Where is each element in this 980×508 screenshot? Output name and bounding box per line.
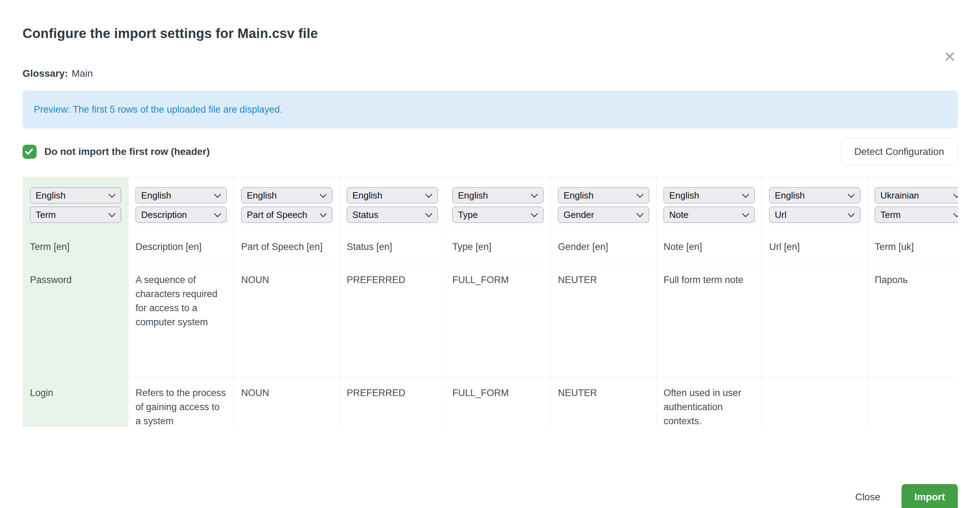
language-select-col1[interactable]: English xyxy=(30,187,121,204)
mapping-cell-note-en: English Note xyxy=(657,177,762,229)
cell-url-en xyxy=(762,377,868,427)
cell-term-uk: Пароль xyxy=(868,264,958,377)
field-select-col6[interactable]: Gender xyxy=(558,207,649,223)
column-header: Description [en] xyxy=(129,230,234,264)
checkmark-icon xyxy=(25,147,33,155)
field-select-col8[interactable]: Url xyxy=(769,207,860,223)
skip-header-checkbox[interactable] xyxy=(22,145,37,159)
preview-info-banner: Preview: The first 5 rows of the uploade… xyxy=(22,91,958,129)
cell-url-en xyxy=(762,264,868,377)
mapping-cell-description-en: English Description xyxy=(129,177,234,229)
field-select-col1[interactable]: Term xyxy=(30,207,121,223)
dialog-footer: Close Import xyxy=(853,484,958,508)
column-header: Url [en] xyxy=(762,230,868,264)
language-select-col3[interactable]: English xyxy=(241,187,332,204)
cell-term-uk xyxy=(868,377,958,427)
language-select-col4[interactable]: English xyxy=(347,187,438,204)
column-header: Note [en] xyxy=(657,230,762,264)
mapping-cell-pos-en: English Part of Speech xyxy=(234,177,340,229)
import-button[interactable]: Import xyxy=(902,484,958,508)
cell-type-en: FULL_FORM xyxy=(445,264,551,377)
dialog-title: Configure the import settings for Main.c… xyxy=(22,25,958,41)
field-select-col2[interactable]: Description xyxy=(135,207,227,223)
cell-gender-en: NEUTER xyxy=(551,264,657,377)
field-select-col4[interactable]: Status xyxy=(347,207,438,223)
table-header-row: Term [en] Description [en] Part of Speec… xyxy=(23,229,958,264)
language-select-col7[interactable]: English xyxy=(663,187,755,204)
cell-status-en: PREFERRED xyxy=(340,264,445,377)
column-mapping-row: English Term English Description English… xyxy=(23,177,958,229)
import-settings-dialog: Configure the import settings for Main.c… xyxy=(0,25,980,508)
skip-header-label: Do not import the first row (header) xyxy=(45,146,210,158)
cell-term-en: Password xyxy=(23,264,129,377)
cell-description-en: Refers to the process of gaining access … xyxy=(129,377,234,427)
close-button[interactable]: Close xyxy=(853,492,883,503)
mapping-cell-url-en: English Url xyxy=(762,177,868,229)
column-header: Status [en] xyxy=(340,230,445,264)
detect-configuration-button[interactable]: Detect Configuration xyxy=(841,139,958,165)
mapping-cell-term-uk: Ukrainian Term xyxy=(868,177,958,229)
field-select-col5[interactable]: Type xyxy=(452,207,544,223)
cell-type-en: FULL_FORM xyxy=(445,377,551,427)
glossary-line: Glossary:Main xyxy=(22,68,958,80)
glossary-label: Glossary: xyxy=(22,68,68,79)
language-select-col9[interactable]: Ukrainian xyxy=(875,187,958,204)
column-header: Part of Speech [en] xyxy=(234,230,340,264)
field-select-col9[interactable]: Term xyxy=(875,207,958,223)
table-row: Password A sequence of characters requir… xyxy=(23,264,958,377)
mapping-cell-gender-en: English Gender xyxy=(551,177,657,229)
language-select-col2[interactable]: English xyxy=(135,187,227,204)
header-checkbox-group: Do not import the first row (header) xyxy=(22,145,210,159)
cell-pos-en: NOUN xyxy=(234,377,340,427)
column-header: Type [en] xyxy=(445,230,551,264)
cell-description-en: A sequence of characters required for ac… xyxy=(129,264,234,377)
glossary-value: Main xyxy=(72,68,93,79)
close-icon[interactable]: ✕ xyxy=(940,47,959,67)
preview-info-text: Preview: The first 5 rows of the uploade… xyxy=(34,104,282,115)
field-select-col3[interactable]: Part of Speech xyxy=(241,207,332,223)
table-row: Login Refers to the process of gaining a… xyxy=(23,377,958,427)
language-select-col6[interactable]: English xyxy=(558,187,649,204)
cell-note-en: Full form term note xyxy=(657,264,762,377)
cell-term-en: Login xyxy=(23,377,129,427)
cell-pos-en: NOUN xyxy=(234,264,340,377)
column-header: Gender [en] xyxy=(551,230,657,264)
mapping-cell-term-en: English Term xyxy=(23,177,129,229)
cell-note-en: Often used in user authentication contex… xyxy=(657,377,762,427)
field-select-col7[interactable]: Note xyxy=(663,207,755,223)
preview-table: English Term English Description English… xyxy=(22,177,958,427)
column-header: Term [en] xyxy=(23,230,129,264)
cell-gender-en: NEUTER xyxy=(551,377,657,427)
language-select-col5[interactable]: English xyxy=(452,187,544,204)
language-select-col8[interactable]: English xyxy=(769,187,860,204)
mapping-cell-type-en: English Type xyxy=(445,177,551,229)
cell-status-en: PREFERRED xyxy=(340,377,445,427)
mapping-cell-status-en: English Status xyxy=(340,177,445,229)
column-header: Term [uk] xyxy=(868,230,958,264)
options-row: Do not import the first row (header) Det… xyxy=(22,139,958,165)
